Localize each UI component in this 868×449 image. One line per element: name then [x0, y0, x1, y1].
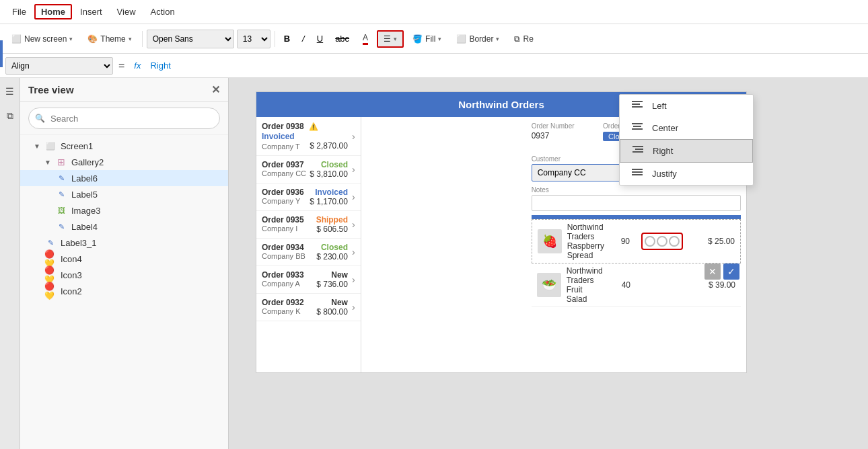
align-justify-item[interactable]: Justify — [620, 163, 753, 185]
align-chevron: ▾ — [394, 36, 397, 42]
order-row-0933[interactable]: Order 0933 New Company A $ 736.00 › — [256, 266, 361, 294]
align-button[interactable]: ☰ ▾ — [377, 30, 404, 48]
underline-button[interactable]: U — [312, 32, 328, 46]
reorder-button[interactable]: ⧉ Re — [508, 31, 539, 47]
order-row-0934[interactable]: Order 0934 Closed Company BB $ 230.00 › — [256, 239, 361, 266]
order-company-0937: Company CC — [262, 169, 306, 179]
order-row-0937[interactable]: Order 0937 Closed Company CC $ 3,810.00 … — [256, 156, 361, 183]
tree-item-screen1[interactable]: ▼ ⬜ Screen1 — [20, 138, 228, 154]
font-size-select[interactable]: 13 — [237, 30, 270, 48]
tree-panel: Tree view ✕ 🔍 ▼ ⬜ Screen1 ▼ ⊞ Gallery2 — [20, 78, 229, 449]
order-status-0934: Closed — [321, 243, 348, 252]
tree-item-label3-1[interactable]: ✎ Label3_1 — [20, 235, 228, 251]
order-info-0934: Order 0934 Closed Company BB $ 230.00 — [262, 243, 348, 261]
order-status-0938: Invoiced — [262, 132, 295, 141]
align-left-item[interactable]: Left — [620, 95, 753, 117]
search-icon: 🔍 — [35, 114, 45, 123]
bold-button[interactable]: B — [279, 32, 295, 46]
order-amount-0936: $ 1,170.00 — [310, 197, 348, 206]
tree-label-label4: Label4 — [71, 222, 98, 232]
order-amount-0938: $ 2,870.00 — [310, 141, 348, 151]
tree-item-gallery2[interactable]: ▼ ⊞ Gallery2 — [20, 154, 228, 170]
font-color-label: A — [363, 33, 368, 45]
gallery-icon: ⊞ — [55, 156, 67, 168]
menu-insert[interactable]: Insert — [73, 4, 109, 19]
property-select[interactable]: Align — [5, 57, 113, 75]
align-dropdown-menu: Left Center Right Justify — [619, 94, 754, 186]
border-button[interactable]: ⬜ Border ▾ — [450, 31, 505, 47]
label-icon-4: ✎ — [55, 220, 67, 233]
order-row-0938[interactable]: Order 0938 ⚠️ Invoiced Company T $ 2,870… — [256, 117, 361, 156]
order-num-0937: Order 0937 — [262, 160, 304, 169]
search-input[interactable] — [28, 108, 220, 129]
hamburger-icon[interactable]: ☰ — [2, 83, 18, 99]
font-color-button[interactable]: A — [357, 30, 374, 48]
product-price-0: $ 25.00 — [694, 237, 735, 246]
order-info-0932: Order 0932 New Company K $ 800.00 — [262, 298, 348, 317]
notes-input[interactable] — [532, 195, 741, 211]
order-info-0933: Order 0933 New Company A $ 736.00 — [262, 270, 348, 289]
order-status-0937: Closed — [321, 160, 348, 169]
order-info-0936: Order 0936 Invoiced Company Y $ 1,170.00 — [262, 188, 348, 206]
customer-select[interactable]: Company CC — [532, 164, 634, 181]
label-icon-5: ✎ — [55, 188, 67, 200]
menu-file[interactable]: File — [5, 4, 33, 19]
tree-item-icon3[interactable]: 🔴💛 Icon3 — [20, 267, 228, 283]
theme-button[interactable]: 🎨 Theme ▾ — [81, 31, 137, 47]
label-icon-3-1: ✎ — [44, 237, 57, 249]
menu-home[interactable]: Home — [34, 4, 72, 19]
order-row-0936[interactable]: Order 0936 Invoiced Company Y $ 1,170.00… — [256, 183, 361, 211]
tree-label-screen1: Screen1 — [61, 141, 93, 151]
tree-item-label6[interactable]: ✎ Label6 — [20, 170, 228, 186]
order-company-0932: Company K — [262, 307, 300, 317]
formula-eq: = — [116, 60, 127, 72]
order-number-field: Order Number 0937 — [532, 122, 598, 151]
menu-view[interactable]: View — [110, 4, 143, 19]
order-amount-0937: $ 3,810.00 — [310, 169, 348, 179]
order-company-0933: Company A — [262, 280, 300, 289]
align-left-icon — [630, 100, 644, 112]
strikethrough-button[interactable]: abc — [330, 32, 354, 46]
tree-label-image3: Image3 — [71, 206, 100, 216]
order-row-0932[interactable]: Order 0932 New Company K $ 800.00 › — [256, 294, 361, 321]
detail-close-button[interactable]: ✕ — [704, 263, 721, 280]
detail-check-button[interactable]: ✓ — [723, 263, 739, 280]
tree-close-button[interactable]: ✕ — [211, 83, 220, 96]
product-name-0: Northwind Traders Raspberry Spread — [567, 222, 604, 260]
order-info-0938: Order 0938 ⚠️ Invoiced Company T $ 2,870… — [262, 121, 348, 151]
order-amount-0935: $ 606.50 — [316, 225, 348, 234]
order-arrow-0935: › — [352, 219, 355, 230]
fill-button[interactable]: 🪣 Fill ▾ — [406, 31, 447, 47]
tree-label-label5: Label5 — [71, 190, 98, 200]
tree-item-label4[interactable]: ✎ Label4 — [20, 218, 228, 235]
order-company-0936: Company Y — [262, 197, 300, 206]
layers-icon[interactable]: ⧉ — [2, 108, 18, 124]
product-name-1: Northwind Traders Fruit Salad — [567, 266, 605, 304]
align-center-item[interactable]: Center — [620, 117, 753, 139]
new-screen-icon: ⬜ — [11, 34, 22, 44]
order-row-0935[interactable]: Order 0935 Shipped Company I $ 606.50 › — [256, 211, 361, 239]
detail-actions: ✕ ✓ — [704, 263, 739, 280]
formula-left: Align = fx — [5, 57, 145, 75]
order-arrow-0933: › — [352, 274, 355, 285]
order-num-0932: Order 0932 — [262, 298, 304, 307]
font-family-select[interactable]: Open Sans — [147, 30, 234, 48]
product-img-1: 🥗 — [537, 273, 561, 297]
tree-content: ▼ ⬜ Screen1 ▼ ⊞ Gallery2 ✎ Label6 ✎ Labe… — [20, 135, 228, 449]
tree-item-icon4[interactable]: 🔴💛 Icon4 — [20, 251, 228, 267]
align-right-item[interactable]: Right — [620, 139, 753, 163]
tree-item-label5[interactable]: ✎ Label5 — [20, 186, 228, 202]
align-left-label: Left — [652, 101, 667, 111]
italic-button[interactable]: / — [297, 32, 310, 46]
fill-icon: 🪣 — [412, 34, 423, 44]
new-screen-button[interactable]: ⬜ New screen ▾ — [5, 31, 79, 47]
reorder-label: Re — [523, 34, 533, 44]
menu-action[interactable]: Action — [144, 4, 182, 19]
tree-label-icon3: Icon3 — [61, 270, 82, 280]
tree-item-image3[interactable]: 🖼 Image3 — [20, 202, 228, 218]
align-justify-icon — [630, 168, 644, 179]
tree-item-icon2[interactable]: 🔴💛 Icon2 — [20, 283, 228, 299]
menu-bar: File Home Insert View Action — [0, 0, 868, 24]
order-num-0936: Order 0936 — [262, 188, 304, 197]
order-warn-0938: ⚠️ — [309, 122, 318, 130]
